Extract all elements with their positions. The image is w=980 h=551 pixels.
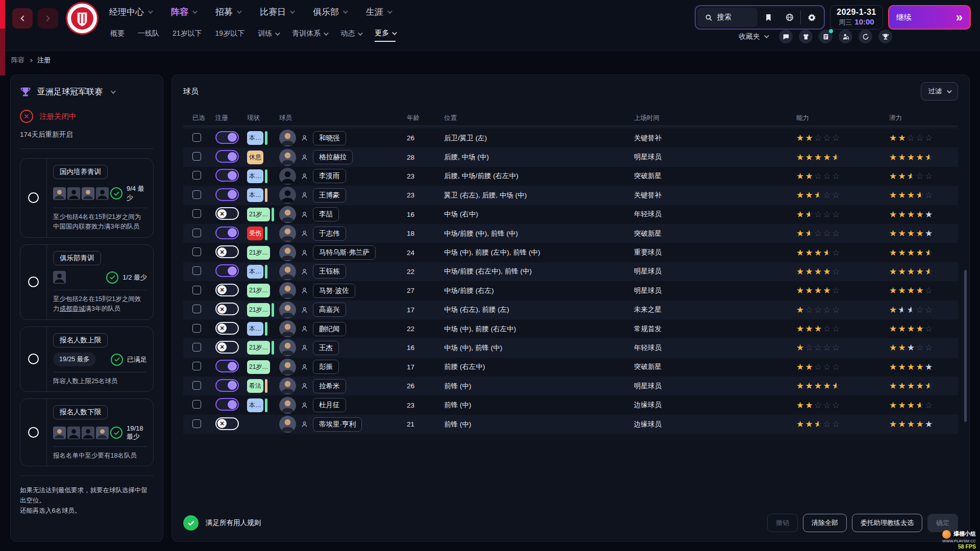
col-header-5[interactable]: 位置 xyxy=(444,114,634,122)
table-row[interactable]: 21岁… 彭振 17 前腰 (右左中) 突破新星 ★★☆☆☆ ★★★★★ xyxy=(183,358,958,377)
table-row[interactable]: 21岁… 王杰 16 中场 (中), 前锋 (中) 年轻球员 ★☆☆☆☆ ★★★… xyxy=(183,338,958,357)
table-row[interactable]: 看法 拉希米 26 前锋 (中) 明星球员 ★★★★☆★ ★★★★☆★ xyxy=(183,377,958,395)
rule-card[interactable]: 报名人数上限 19/25 最多 已满足 阵容人数上限25名球员 xyxy=(20,327,154,392)
table-row[interactable]: 本… 蒯纪闻 22 中场 (中), 前腰 (右左中) 常规首发 ★★★☆☆ ★★… xyxy=(183,319,958,338)
filter-button[interactable]: 过滤 xyxy=(921,82,958,101)
rule-card[interactable]: 国内培养青训 9/4 最少 至少包括4名在15到21岁之间为中国国内联赛效力满3… xyxy=(20,158,154,238)
register-toggle[interactable] xyxy=(215,169,239,182)
settings-button[interactable] xyxy=(801,8,822,27)
table-row[interactable]: 受伤 于志伟 18 中场/前腰 (中), 前锋 (中) 突破新星 ★☆★☆☆☆ … xyxy=(183,224,958,243)
breadcrumb-parent[interactable]: 阵容 xyxy=(11,56,24,65)
nav-item-0[interactable]: 经理中心 xyxy=(109,6,152,18)
col-header-2[interactable]: 现状 xyxy=(247,114,279,122)
table-row[interactable]: 21岁… 马特乌斯·弗兰萨 24 中场 (中), 前腰 (左中), 前锋 (中)… xyxy=(183,243,958,262)
row-checkbox[interactable] xyxy=(192,324,201,333)
table-row[interactable]: 21岁… 李喆 16 中场 (右中) 年轻球员 ★☆★☆☆☆ ★★★★★ xyxy=(183,205,958,224)
player-name[interactable]: 李漠雨 xyxy=(313,169,346,183)
register-toggle[interactable] xyxy=(215,245,239,258)
player-name[interactable]: 王杰 xyxy=(313,341,339,355)
bookmark-button[interactable] xyxy=(757,8,779,27)
row-checkbox[interactable] xyxy=(192,190,201,199)
col-header-6[interactable]: 上场时间 xyxy=(634,114,796,122)
shirt-icon[interactable] xyxy=(799,30,813,43)
trophy-icon[interactable] xyxy=(878,30,892,43)
table-row[interactable]: 本… 和晓强 26 后卫/翼卫 (左) 关键替补 ★★☆☆☆ ★★☆☆☆ xyxy=(183,129,958,147)
row-checkbox[interactable] xyxy=(192,305,201,313)
table-row[interactable]: 休息 格拉赫拉 28 后腰, 中场 (中) 明星球员 ★★★★☆★ ★★★★☆★ xyxy=(183,147,958,166)
subnav-item-3[interactable]: 19岁以下 xyxy=(215,29,245,41)
nav-item-1[interactable]: 阵容 xyxy=(171,6,196,18)
register-toggle[interactable] xyxy=(215,398,239,411)
register-toggle[interactable] xyxy=(215,379,239,392)
col-header-8[interactable]: 潜力 xyxy=(889,114,958,122)
table-row[interactable]: 本… 王博豪 23 翼卫 (右左), 后腰, 中场 (中) 关键替补 ★★☆★☆… xyxy=(183,186,958,205)
subnav-item-0[interactable]: 概要 xyxy=(110,29,125,41)
player-name[interactable]: 李喆 xyxy=(313,207,339,221)
row-checkbox[interactable] xyxy=(192,209,201,218)
table-row[interactable]: 蒂埃里·亨利 21 前锋 (中) 边缘球员 ★★☆★☆☆ ★★★★★ xyxy=(183,415,958,434)
row-checkbox[interactable] xyxy=(192,400,201,409)
player-name[interactable]: 马努·波佐 xyxy=(313,284,355,298)
col-header-0[interactable]: 已选 xyxy=(192,114,215,122)
table-row[interactable]: 21岁… 高嘉兴 17 中场 (右左), 前腰 (左) 未来之星 ★☆☆☆☆ ★… xyxy=(183,300,958,319)
player-name[interactable]: 彭振 xyxy=(313,360,339,374)
nav-item-2[interactable]: 招募 xyxy=(215,6,240,18)
subnav-item-7[interactable]: 更多 xyxy=(375,29,396,42)
col-header-1[interactable]: 注册 xyxy=(215,114,247,122)
register-toggle[interactable] xyxy=(215,227,239,239)
row-checkbox[interactable] xyxy=(192,152,201,161)
competition-selector[interactable]: 亚洲足球冠军联赛 xyxy=(20,86,154,97)
rule-card[interactable]: 俱乐部青训 1/2 最少 至少包括2名在15到21岁之间效力成都蓉城满3年的队员 xyxy=(20,244,154,320)
history-back-button[interactable] xyxy=(12,8,33,29)
rule-radio[interactable] xyxy=(28,192,39,203)
player-name[interactable]: 马特乌斯·弗兰萨 xyxy=(313,245,376,260)
favorites-dropdown[interactable]: 收藏夹 xyxy=(739,32,768,41)
history-forward-button[interactable] xyxy=(38,8,58,29)
subnav-item-4[interactable]: 训练 xyxy=(258,29,279,41)
row-checkbox[interactable] xyxy=(192,229,201,237)
col-header-3[interactable]: 球员 xyxy=(279,114,407,122)
world-button[interactable] xyxy=(779,8,800,27)
rule-card[interactable]: 报名人数下限 19/18 最少 报名名单中至少要有18名队员 xyxy=(20,398,154,466)
register-toggle[interactable] xyxy=(215,341,239,354)
footer-button-1[interactable]: 清除全部 xyxy=(803,514,847,532)
row-checkbox[interactable] xyxy=(192,266,201,275)
scrollbar[interactable] xyxy=(964,270,967,422)
search-input[interactable]: 搜索 xyxy=(697,8,757,27)
player-name[interactable]: 王博豪 xyxy=(313,188,346,203)
row-checkbox[interactable] xyxy=(192,133,201,142)
nav-item-3[interactable]: 比赛日 xyxy=(260,6,293,18)
row-checkbox[interactable] xyxy=(192,419,201,428)
player-name[interactable]: 高嘉兴 xyxy=(313,303,346,317)
table-row[interactable]: 本… 王钰栋 22 中场/前腰 (右左中), 前锋 (中) 明星球员 ★★★★☆… xyxy=(183,262,958,281)
scout-icon[interactable] xyxy=(839,30,852,43)
register-toggle[interactable] xyxy=(215,417,239,430)
col-header-4[interactable]: 年龄 xyxy=(407,114,444,122)
rule-radio[interactable] xyxy=(28,277,39,287)
register-toggle[interactable] xyxy=(215,322,239,335)
col-header-7[interactable]: 能力 xyxy=(796,114,889,122)
table-row[interactable]: 21岁… 马努·波佐 27 中场/前腰 (右左) 明星球员 ★★★★☆ ★★★★… xyxy=(183,281,958,300)
row-checkbox[interactable] xyxy=(192,362,201,370)
rule-radio[interactable] xyxy=(28,354,39,364)
game-date[interactable]: 2029-1-31 周三10:00 xyxy=(830,5,883,30)
row-checkbox[interactable] xyxy=(192,381,201,390)
table-row[interactable]: 本… 杜月征 23 前锋 (中) 边缘球员 ★★☆☆☆ ★★★☆★☆ xyxy=(183,395,958,414)
register-toggle[interactable] xyxy=(215,284,239,296)
register-toggle[interactable] xyxy=(215,264,239,277)
register-toggle[interactable] xyxy=(215,303,239,315)
player-name[interactable]: 蒯纪闻 xyxy=(313,322,346,336)
inbox-icon[interactable] xyxy=(819,30,832,43)
player-name[interactable]: 和晓强 xyxy=(313,131,346,145)
table-row[interactable]: 本… 李漠雨 23 后腰, 中场/前腰 (右左中) 突破新星 ★★☆☆☆ ★★☆… xyxy=(183,167,958,186)
row-checkbox[interactable] xyxy=(192,171,201,180)
player-name[interactable]: 蒂埃里·亨利 xyxy=(313,417,362,432)
player-name[interactable]: 格拉赫拉 xyxy=(313,150,353,164)
player-name[interactable]: 王钰栋 xyxy=(313,264,346,279)
nav-item-5[interactable]: 生涯 xyxy=(366,6,391,18)
player-name[interactable]: 杜月征 xyxy=(313,398,346,412)
register-toggle[interactable] xyxy=(215,188,239,201)
register-toggle[interactable] xyxy=(215,207,239,220)
subnav-item-5[interactable]: 青训体系 xyxy=(292,29,327,41)
subnav-item-1[interactable]: 一线队 xyxy=(138,29,159,41)
